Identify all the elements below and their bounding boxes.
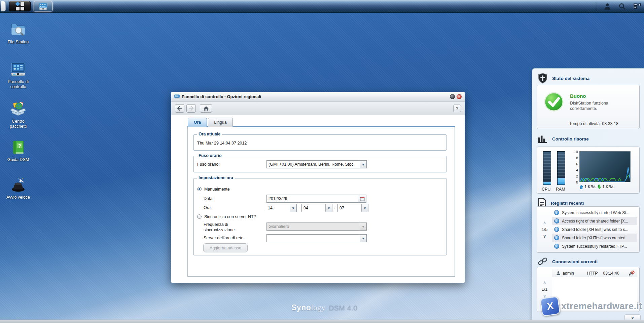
log-row[interactable]: i Shared folder [XHTest] was created.: [552, 234, 637, 242]
control-panel-icon: [39, 2, 47, 10]
minimize-button[interactable]: [450, 94, 455, 99]
ram-label: RAM: [556, 187, 565, 192]
control-panel-icon: [9, 60, 27, 78]
show-desktop-tab[interactable]: [1, 1, 6, 11]
network-graph-lines: [580, 152, 630, 182]
info-icon: i: [554, 227, 559, 232]
desktop-icon-file-station[interactable]: File Station: [4, 21, 32, 45]
user-icon[interactable]: [604, 3, 611, 10]
system-status-header: Stato del sistema: [538, 73, 589, 84]
time-setting-legend: Impostazione ora: [197, 175, 235, 180]
chevron-down-icon: ▼: [360, 223, 366, 230]
connection-user: admin: [563, 271, 587, 276]
network-graph: [579, 151, 631, 182]
desktop-icon-quick-start[interactable]: Avvio veloce: [4, 176, 32, 200]
close-button[interactable]: ×: [457, 94, 462, 99]
time-separator: :: [298, 205, 299, 210]
server-select[interactable]: ▼: [266, 234, 367, 242]
resource-monitor-card: CPU RAM 10 8 6 4 2 0 1 KB/s 1 KB/s: [537, 147, 640, 194]
desktop-icon-label: Centro pacchetti: [4, 119, 32, 129]
chevron-down-icon: ▼: [360, 235, 366, 242]
forward-arrow-icon: [188, 106, 194, 111]
timezone-group: Fuso orario Fuso orario: (GMT+01:00) Ams…: [193, 156, 446, 172]
tab-panel-ora: Ora attuale Thu Mar 29 14:04:07 2012 Fus…: [187, 126, 455, 277]
system-status-card: Buono DiskStation funziona correttamente…: [537, 85, 640, 129]
disconnect-icon[interactable]: [629, 271, 635, 276]
pager-down-icon[interactable]: ∨: [543, 234, 546, 238]
recent-logs-title: Registri recenti: [551, 201, 584, 206]
bottom-edge-strip: [0, 320, 644, 323]
synology-logo: SynologyDSM 4.0: [291, 303, 357, 312]
dialog-title: Pannello di controllo - Opzioni regional…: [182, 94, 261, 99]
second-select[interactable]: 07 ▼: [337, 204, 368, 212]
chevron-down-icon: ▼: [360, 161, 366, 168]
manual-radio[interactable]: [197, 187, 202, 191]
manual-label[interactable]: Manualmente: [204, 187, 230, 192]
timezone-legend: Fuso orario: [197, 153, 223, 158]
info-icon: i: [554, 210, 559, 215]
connection-time: 03:14:40: [603, 271, 619, 276]
time-label: Ora:: [204, 205, 212, 210]
uptime-text: Tempo di attività: 03:38:18: [569, 121, 618, 126]
info-icon: i: [554, 218, 559, 224]
desktop-icon-control-panel[interactable]: Pannello di controllo: [4, 60, 32, 89]
taskbar-divider: [596, 2, 596, 11]
tab-lingua[interactable]: Lingua: [208, 118, 233, 127]
info-icon: i: [554, 244, 559, 249]
desktop-icon-dsm-help[interactable]: ? Guida DSM: [4, 138, 32, 162]
main-menu-button[interactable]: [9, 1, 31, 11]
connections-title: Connessioni correnti: [552, 259, 598, 264]
home-icon: [203, 106, 209, 111]
log-row[interactable]: i Shared folder [XHTest] was set to s...: [552, 225, 637, 234]
pager-up-icon[interactable]: ∧: [543, 221, 546, 225]
minute-select[interactable]: 04 ▼: [301, 204, 332, 212]
timezone-select[interactable]: (GMT+01:00) Amsterdam, Berlin, Rome, Sto…: [266, 160, 367, 168]
dialog-titlebar[interactable]: Pannello di controllo - Opzioni regional…: [171, 92, 465, 102]
ntp-radio[interactable]: [197, 214, 202, 219]
search-icon[interactable]: [618, 3, 626, 10]
system-status-title: Stato del sistema: [552, 76, 589, 81]
log-row[interactable]: i System successfully started Web St...: [552, 208, 637, 217]
time-setting-group: Impostazione ora Manualmente Data: Ora:: [193, 178, 446, 255]
pager-position: 1/1: [542, 287, 547, 292]
date-input[interactable]: [266, 195, 358, 203]
connection-row[interactable]: admin HTTP 03:14:40: [552, 269, 637, 277]
time-separator: :: [334, 205, 335, 210]
upload-rate: 1 KB/s: [584, 185, 596, 189]
calendar-button[interactable]: [358, 195, 366, 203]
main-menu-icon: [16, 2, 24, 10]
widgets-toggle-icon[interactable]: [633, 3, 641, 10]
forward-button[interactable]: [186, 104, 196, 113]
desktop-icon-label: File Station: [4, 40, 32, 45]
tab-ora[interactable]: Ora: [188, 118, 207, 127]
pager-up-icon[interactable]: ∧: [543, 281, 546, 285]
svg-text:?: ?: [18, 143, 21, 149]
current-time-group: Ora attuale Thu Mar 29 14:04:07 2012: [193, 134, 446, 151]
back-button[interactable]: [175, 104, 184, 113]
download-arrow-icon: [597, 185, 601, 189]
chevron-down-icon: ▼: [361, 204, 368, 212]
watermark-text: xtremehardware.it: [561, 301, 642, 312]
logs-pager: ∧ 1/5 ∨: [537, 207, 552, 252]
hour-select[interactable]: 14 ▼: [266, 204, 297, 212]
calendar-icon: [360, 196, 365, 201]
log-row[interactable]: i Access right of the shared folder [X..…: [552, 217, 637, 225]
back-arrow-icon: [177, 106, 182, 111]
desktop-icon-label: Pannello di controllo: [4, 79, 32, 89]
ntp-label[interactable]: Sincronizza con server NTP: [204, 214, 256, 219]
resource-monitor-title: Controllo risorse: [552, 136, 589, 142]
taskbar-item-control-panel[interactable]: [34, 1, 52, 11]
home-button[interactable]: [200, 104, 212, 113]
current-time-legend: Ora attuale: [197, 132, 222, 136]
timezone-label: Fuso orario:: [197, 162, 220, 167]
server-label: Server dell'ora di rete:: [204, 236, 245, 240]
status-ok-icon: [544, 92, 564, 112]
log-row[interactable]: i System successfully restarted FTP...: [552, 242, 637, 250]
control-panel-dialog: Pannello di controllo - Opzioni regional…: [171, 92, 465, 283]
help-button[interactable]: ?: [453, 105, 461, 112]
network-legend: 1 KB/s 1 KB/s: [579, 185, 614, 189]
desktop-icon-package-center[interactable]: Centro pacchetti: [4, 100, 32, 129]
cpu-label: CPU: [542, 187, 550, 192]
pager-position: 1/5: [542, 227, 547, 232]
chevron-down-icon: ▼: [290, 204, 296, 212]
